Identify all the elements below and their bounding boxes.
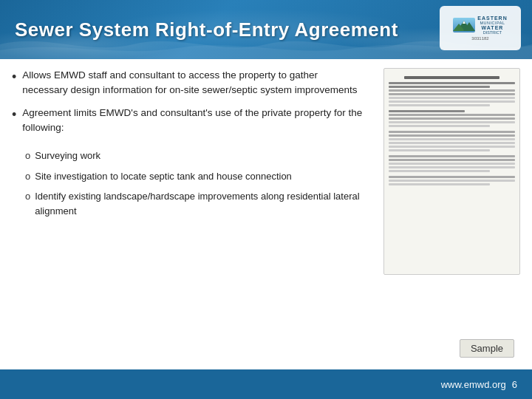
footer: www.emwd.org 6: [0, 369, 532, 399]
doc-lines-section1: [389, 110, 515, 127]
logo-mountain-icon: [453, 18, 475, 33]
doc-title-decoration: [404, 76, 499, 79]
sub-bullet-marker-3: o: [25, 189, 30, 204]
doc-column: Sample: [372, 68, 520, 364]
text-column: • Allows EMWD staff and consultant to ac…: [12, 68, 364, 364]
logo-water: WATER: [482, 25, 504, 30]
footer-page: 6: [512, 379, 517, 390]
sub-bullet-item-2: o Site investigation to locate septic ta…: [25, 169, 364, 184]
sub-bullet-marker-1: o: [25, 149, 30, 163]
bullet-text-2: Agreement limits EMWD's and consultant's…: [22, 106, 364, 136]
logo-eastern: EASTERN: [477, 16, 507, 21]
doc-lines-top: [389, 82, 515, 106]
sample-badge: Sample: [460, 339, 514, 358]
sub-bullet-text-2: Site investigation to locate septic tank…: [35, 169, 292, 184]
header: Sewer System Right-of-Entry Agreement EA…: [0, 0, 532, 59]
logo-top: EASTERN MUNICIPAL WATER DISTRICT: [453, 16, 507, 35]
bullet-item-1: • Allows EMWD staff and consultant to ac…: [12, 68, 364, 98]
content-area: • Allows EMWD staff and consultant to ac…: [0, 59, 532, 369]
doc-lines-section3: [389, 155, 515, 172]
page-title: Sewer System Right-of-Entry Agreement: [15, 18, 398, 41]
doc-lines-section2: [389, 131, 515, 151]
logo-id: 3031182: [471, 36, 488, 41]
sub-bullet-text-3: Identify existing landscape/hardscape im…: [35, 189, 364, 218]
footer-url: www.emwd.org: [441, 379, 506, 390]
sub-bullet-item-3: o Identify existing landscape/hardscape …: [25, 189, 364, 218]
sub-bullet-marker-2: o: [25, 169, 30, 184]
sub-bullet-text-1: Surveying work: [35, 149, 100, 163]
sub-bullet-item-1: o Surveying work: [25, 149, 364, 163]
logo-text-block: EASTERN MUNICIPAL WATER DISTRICT: [477, 16, 507, 35]
doc-lines-section4: [389, 176, 515, 185]
bullet-text-1: Allows EMWD staff and consultant to acce…: [22, 68, 364, 98]
doc-preview: [383, 68, 520, 275]
bullet-item-2: • Agreement limits EMWD's and consultant…: [12, 106, 364, 136]
logo-district: DISTRICT: [483, 30, 502, 35]
bullet-dot-1: •: [12, 68, 16, 86]
sub-bullets: o Surveying work o Site investigation to…: [25, 149, 364, 218]
logo-area: EASTERN MUNICIPAL WATER DISTRICT 3031182: [440, 6, 521, 50]
bullet-dot-2: •: [12, 106, 16, 124]
